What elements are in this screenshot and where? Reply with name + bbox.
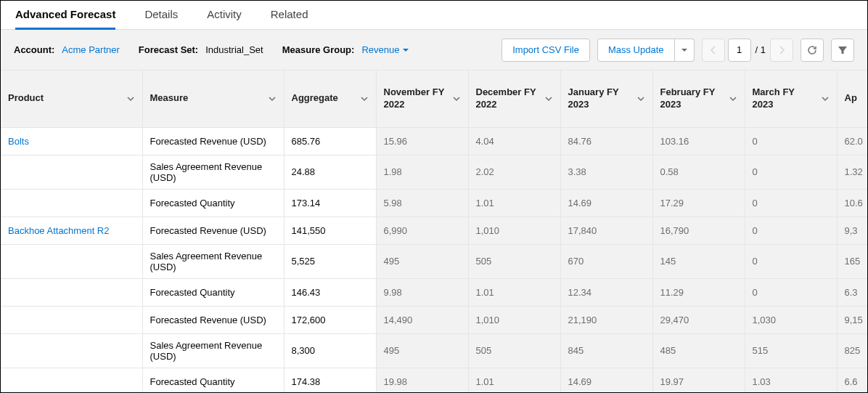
chevron-down-icon[interactable] <box>636 94 645 103</box>
data-cell[interactable]: 103.16 <box>652 127 745 155</box>
data-cell[interactable]: 2.02 <box>468 155 560 189</box>
refresh-button[interactable] <box>801 39 824 62</box>
mass-update-menu-button[interactable] <box>675 39 695 62</box>
data-cell[interactable]: 0 <box>745 127 837 155</box>
col-header-month-4[interactable]: March FY 2023 <box>745 70 837 127</box>
col-header-product[interactable]: Product <box>1 70 142 127</box>
data-cell[interactable]: 0 <box>745 216 837 244</box>
col-header-month-3[interactable]: February FY 2023 <box>652 70 745 127</box>
mass-update-group: Mass Update <box>597 39 695 62</box>
data-cell[interactable]: 62.0 <box>837 127 867 155</box>
data-cell[interactable]: 29,470 <box>652 306 745 333</box>
data-cell[interactable]: 5.98 <box>376 189 468 216</box>
chevron-down-icon[interactable] <box>544 94 553 103</box>
aggregate-cell: 173.14 <box>284 189 376 216</box>
next-page-button[interactable] <box>770 39 793 62</box>
product-link[interactable]: Bolts <box>1 127 142 155</box>
col-header-month-5[interactable]: Ap <box>837 70 867 127</box>
data-cell[interactable]: 4.04 <box>468 127 560 155</box>
data-cell[interactable]: 1.03 <box>745 368 837 393</box>
data-cell[interactable]: 515 <box>745 333 837 368</box>
data-cell[interactable]: 0 <box>745 244 837 278</box>
data-cell[interactable]: 1.98 <box>376 155 468 189</box>
aggregate-cell: 5,525 <box>284 244 376 278</box>
data-cell[interactable]: 6.3 <box>837 278 867 306</box>
filter-button[interactable] <box>831 39 854 62</box>
data-cell[interactable]: 84.76 <box>560 127 652 155</box>
tab-details[interactable]: Details <box>144 1 178 30</box>
data-cell[interactable]: 9,3 <box>837 216 867 244</box>
product-cell <box>1 306 142 333</box>
data-cell[interactable]: 495 <box>376 244 468 278</box>
measure-cell: Forecasted Revenue (USD) <box>142 306 284 333</box>
table-row: Forecasted Quantity174.3819.981.0114.691… <box>1 368 867 393</box>
data-cell[interactable]: 17,840 <box>560 216 652 244</box>
chevron-down-icon[interactable] <box>126 94 135 103</box>
forecast-table-wrap: ProductMeasureAggregateNovember FY 2022D… <box>1 70 867 393</box>
data-cell[interactable]: 6,990 <box>376 216 468 244</box>
data-cell[interactable]: 1.01 <box>468 278 560 306</box>
measure-group-label: Measure Group: <box>282 44 355 55</box>
data-cell[interactable]: 9,15 <box>837 306 867 333</box>
data-cell[interactable]: 145 <box>652 244 745 278</box>
chevron-down-icon[interactable] <box>452 94 461 103</box>
col-header-month-2[interactable]: January FY 2023 <box>560 70 652 127</box>
data-cell[interactable]: 1,030 <box>745 306 837 333</box>
col-header-month-1[interactable]: December FY 2022 <box>468 70 560 127</box>
data-cell[interactable]: 0 <box>745 189 837 216</box>
data-cell[interactable]: 19.97 <box>652 368 745 393</box>
data-cell[interactable]: 9.98 <box>376 278 468 306</box>
data-cell[interactable]: 165 <box>837 244 867 278</box>
data-cell[interactable]: 0.58 <box>652 155 745 189</box>
data-cell[interactable]: 17.29 <box>652 189 745 216</box>
account-link[interactable]: Acme Partner <box>62 44 119 55</box>
data-cell[interactable]: 1,010 <box>468 306 560 333</box>
data-cell[interactable]: 1,010 <box>468 216 560 244</box>
data-cell[interactable]: 1.01 <box>468 189 560 216</box>
data-cell[interactable]: 15.96 <box>376 127 468 155</box>
data-cell[interactable]: 10.6 <box>837 189 867 216</box>
product-cell <box>1 189 142 216</box>
data-cell[interactable]: 11.29 <box>652 278 745 306</box>
data-cell[interactable]: 825 <box>837 333 867 368</box>
chevron-down-icon[interactable] <box>268 94 277 103</box>
data-cell[interactable]: 505 <box>468 244 560 278</box>
measure-group-select[interactable]: Revenue <box>361 44 409 55</box>
data-cell[interactable]: 3.38 <box>560 155 652 189</box>
data-cell[interactable]: 19.98 <box>376 368 468 393</box>
data-cell[interactable]: 6.6 <box>837 368 867 393</box>
data-cell[interactable]: 0 <box>745 278 837 306</box>
import-csv-button[interactable]: Import CSV File <box>501 39 590 62</box>
prev-page-button[interactable] <box>702 39 725 62</box>
data-cell[interactable]: 485 <box>652 333 745 368</box>
data-cell[interactable]: 845 <box>560 333 652 368</box>
chevron-down-icon[interactable] <box>821 94 830 103</box>
data-cell[interactable]: 1.01 <box>468 368 560 393</box>
table-row: BoltsForecasted Revenue (USD)685.7615.96… <box>1 127 867 155</box>
tab-related[interactable]: Related <box>271 1 308 30</box>
data-cell[interactable]: 14.69 <box>560 189 652 216</box>
tab-activity[interactable]: Activity <box>207 1 242 30</box>
data-cell[interactable]: 495 <box>376 333 468 368</box>
data-cell[interactable]: 670 <box>560 244 652 278</box>
measure-cell: Forecasted Quantity <box>142 278 284 306</box>
data-cell[interactable]: 0 <box>745 155 837 189</box>
data-cell[interactable]: 1.32 <box>837 155 867 189</box>
chevron-down-icon[interactable] <box>729 94 737 103</box>
data-cell[interactable]: 16,790 <box>652 216 745 244</box>
mass-update-button[interactable]: Mass Update <box>597 39 675 62</box>
product-link[interactable]: Backhoe Attachment R2 <box>1 216 142 244</box>
measure-cell: Sales Agreement Revenue (USD) <box>142 333 284 368</box>
caret-down-icon <box>402 46 409 54</box>
col-header-month-0[interactable]: November FY 2022 <box>376 70 468 127</box>
data-cell[interactable]: 505 <box>468 333 560 368</box>
data-cell[interactable]: 21,190 <box>560 306 652 333</box>
tab-advanced-forecast[interactable]: Advanced Forecast <box>15 1 115 30</box>
chevron-down-icon[interactable] <box>360 94 369 103</box>
data-cell[interactable]: 14,490 <box>376 306 468 333</box>
data-cell[interactable]: 12.34 <box>560 278 652 306</box>
data-cell[interactable]: 14.69 <box>560 368 652 393</box>
col-header-aggregate[interactable]: Aggregate <box>284 70 376 127</box>
col-header-measure[interactable]: Measure <box>142 70 284 127</box>
page-input[interactable] <box>728 39 751 62</box>
